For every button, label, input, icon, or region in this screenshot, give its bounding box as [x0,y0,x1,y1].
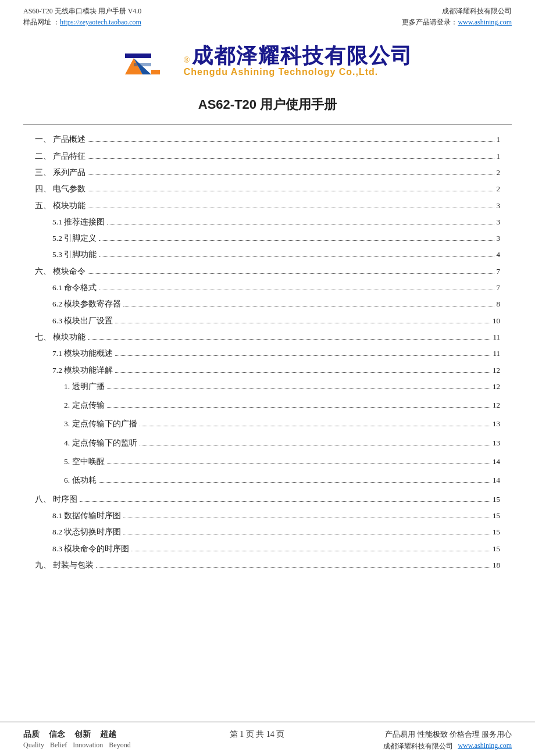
toc-item: 九、 封装与包装18 [35,558,500,572]
toc-dots [131,551,490,551]
toc-item: 5.1 推荐连接图3 [35,215,500,229]
toc-page: 14 [493,455,500,468]
toc-label: 六、 模块命令 [35,265,85,279]
toc-dots [88,174,494,175]
toc-item: 五、 模块功能3 [35,199,500,213]
logo-icon-wrapper [122,41,174,79]
toc-page: 3 [497,231,501,245]
header-left: AS60-T20 无线串口模块 用户手册 V4.0 样品网址 ：https://… [23,6,141,28]
toc-page: 10 [493,314,500,327]
toc-page: 18 [493,558,500,572]
toc-label: 8.1 数据传输时序图 [52,509,121,523]
toc-label: 九、 封装与包装 [35,558,94,572]
toc-page: 15 [493,542,500,555]
toc-label: 七、 模块功能 [35,330,85,344]
toc-page: 11 [493,347,500,360]
toc-page: 12 [493,363,500,377]
footer-content: 品质信念创新超越 QualityBeliefInnovationBeyond 第… [23,729,512,751]
toc-label: 一、 产品概述 [35,133,85,147]
toc-dots [140,426,491,426]
header-left-line2: 样品网址 ：https://zeyaotech.taobao.com [23,17,141,28]
toc-label: 5.3 引脚功能 [52,248,97,262]
toc-dots [107,407,491,408]
toc-label: 5.2 引脚定义 [52,231,97,245]
toc-item: 5.3 引脚功能4 [35,248,500,262]
sample-url-prefix: 样品网址 ： [23,18,60,26]
toc-label: 2. 定点传输 [64,398,105,412]
logo-cn-text: 成都泽耀科技有限公司 [192,42,413,70]
toc-item: 5.2 引脚定义3 [35,231,500,245]
toc-dots [107,388,491,389]
toc-label: 二、 产品特征 [35,149,85,163]
toc-item: 6.3 模块出厂设置10 [35,314,500,328]
page-footer: 品质信念创新超越 QualityBeliefInnovationBeyond 第… [0,722,535,756]
toc-page: 11 [493,330,500,344]
footer-slogan: 产品易用 性能极致 价格合理 服务用心 [383,729,512,740]
toc-section: 一、 产品概述1二、 产品特征1三、 系列产品2四、 电气参数2五、 模块功能3… [0,124,535,651]
footer-company-name: 成都泽耀科技有限公司 [383,741,453,751]
logo-svg-icon [122,41,174,79]
toc-dots [99,482,491,483]
toc-page: 15 [493,525,500,539]
toc-page: 2 [497,166,501,179]
toc-item: 三、 系列产品2 [35,166,500,180]
footer-keyword-cn: 品质 [23,729,40,740]
more-products-prefix: 更多产品请登录： [402,18,458,26]
top-header: AS60-T20 无线串口模块 用户手册 V4.0 样品网址 ：https://… [0,0,535,30]
footer-page-info: 第 1 页 共 14 页 [230,729,285,740]
footer-keywords-en: QualityBeliefInnovationBeyond [23,741,131,750]
toc-dots [99,240,494,241]
toc-label: 三、 系列产品 [35,166,85,180]
toc-dots [88,273,494,274]
toc-item: 1. 透明广播12 [35,380,500,394]
toc-item: 二、 产品特征1 [35,149,500,163]
toc-page: 12 [493,398,500,412]
toc-label: 6. 低功耗 [64,473,97,487]
toc-page: 4 [497,248,501,261]
toc-label: 5.1 推荐连接图 [52,215,105,229]
toc-dots [99,290,494,290]
header-left-line1: AS60-T20 无线串口模块 用户手册 V4.0 [23,6,141,17]
more-products: 更多产品请登录：www.ashining.com [402,17,512,28]
logo-container: ® 成都泽耀科技有限公司 Chengdu Ashining Technology… [122,41,413,79]
sample-url-link[interactable]: https://zeyaotech.taobao.com [60,18,141,26]
toc-dots [123,518,490,518]
toc-dots [88,191,494,191]
toc-page: 13 [493,417,500,430]
toc-dots [96,567,490,568]
toc-item: 4. 定点传输下的监听13 [35,436,500,450]
toc-dots [107,224,494,224]
toc-item: 8.3 模块命令的时序图15 [35,542,500,556]
toc-page: 3 [497,215,501,229]
toc-page: 15 [493,509,500,522]
toc-dots [140,445,491,445]
svg-rect-4 [134,63,151,66]
toc-page: 7 [497,265,501,278]
toc-page: 15 [493,493,500,506]
footer-keyword-en: Innovation [73,741,103,750]
toc-dots [123,306,494,306]
footer-website[interactable]: www.ashining.com [458,741,512,751]
toc-page: 1 [497,149,501,163]
toc-page: 8 [497,297,501,311]
toc-dots [99,256,494,257]
website-link[interactable]: www.ashining.com [458,18,512,26]
footer-keywords-cn: 品质信念创新超越 [23,729,131,740]
toc-item: 六、 模块命令7 [35,265,500,279]
toc-dots [115,323,490,323]
toc-label: 7.2 模块功能详解 [52,363,113,377]
toc-page: 2 [497,182,501,195]
doc-title-section: AS62-T20 用户使用手册 [0,84,535,119]
toc-item: 8.2 状态切换时序图15 [35,525,500,539]
footer-company-info: 成都泽耀科技有限公司 www.ashining.com [383,741,512,751]
svg-rect-2 [125,54,151,58]
toc-page: 3 [497,199,501,212]
company-name: 成都泽耀科技有限公司 [402,6,512,17]
toc-label: 7.1 模块功能概述 [52,347,113,361]
toc-dots [88,141,494,142]
toc-dots [80,501,490,502]
toc-item: 2. 定点传输12 [35,398,500,412]
toc-dots [107,463,491,464]
toc-page: 1 [497,133,501,146]
toc-item: 3. 定点传输下的广播13 [35,417,500,431]
